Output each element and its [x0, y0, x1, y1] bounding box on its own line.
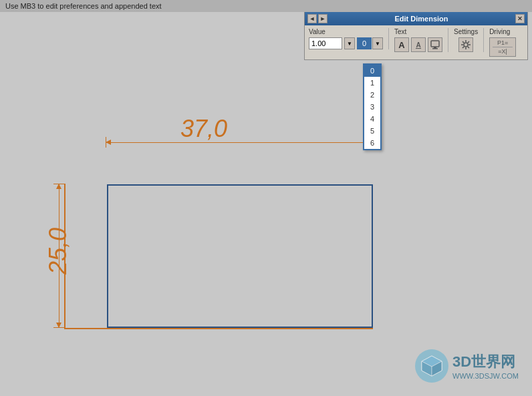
svg-point-3 [464, 43, 468, 47]
dim-arrow-bottom [56, 323, 61, 328]
spin-selected[interactable]: 0 [357, 37, 372, 49]
watermark-brand: 3D世界网 [452, 352, 519, 372]
driving-p1: P1= [493, 39, 513, 46]
dropdown-item-6[interactable]: 6 [364, 137, 380, 149]
text-controls: A A [394, 37, 442, 52]
dim-arrow-top [56, 184, 61, 189]
dropdown-item-4[interactable]: 4 [364, 113, 380, 125]
watermark-url: WWW.3DSJW.COM [452, 372, 519, 380]
watermark-suffix: 世界网 [471, 353, 515, 370]
titlebar-nav: ◄ ► [307, 14, 327, 23]
watermark-logo: 3D世界网 WWW.3DSJW.COM [415, 349, 519, 383]
orange-left-line [64, 184, 65, 329]
dropdown-item-2[interactable]: 2 [364, 89, 380, 101]
settings-controls [458, 37, 473, 52]
toolbar-titlebar: ◄ ► Edit Dimension ✕ [305, 12, 527, 25]
svg-rect-0 [431, 41, 439, 47]
driving-label: Driving [489, 28, 510, 35]
svg-line-10 [468, 41, 469, 43]
driving-formula-box[interactable]: P1= =X| [489, 37, 516, 57]
text-a-icon: A [398, 40, 404, 50]
value-input[interactable] [309, 37, 342, 49]
settings-label: Settings [454, 28, 478, 35]
nav-right-button[interactable]: ► [318, 14, 327, 23]
svg-line-8 [462, 41, 464, 43]
dropdown-item-3[interactable]: 3 [364, 101, 380, 113]
text-format-button[interactable]: A [394, 37, 409, 52]
value-dropdown-arrow[interactable]: ▼ [344, 37, 355, 49]
nav-left-button[interactable]: ◄ [307, 14, 317, 23]
svg-rect-1 [434, 47, 436, 48]
orange-bottom-line [64, 328, 373, 329]
watermark-text-block: 3D世界网 WWW.3DSJW.COM [452, 352, 519, 380]
settings-gear-btn[interactable] [458, 37, 473, 52]
dim-line-horizontal [106, 142, 373, 143]
svg-rect-2 [432, 48, 438, 49]
blue-rectangle [107, 184, 373, 328]
status-bar: Use MB3 to edit preferences and appended… [0, 0, 532, 12]
text-a-underline-icon: A [416, 41, 420, 49]
toolbar-panel: ◄ ► Edit Dimension ✕ Value ▼ 0 ▼ [304, 12, 528, 60]
value-controls: ▼ 0 ▼ [309, 37, 383, 49]
dropdown-item-5[interactable]: 5 [364, 125, 380, 137]
text-label: Text [394, 28, 406, 35]
value-section: Value ▼ 0 ▼ [309, 28, 389, 49]
close-button[interactable]: ✕ [515, 14, 525, 23]
dim-arrow-left [106, 140, 111, 145]
spin-dropdown-arrow[interactable]: ▼ [372, 37, 383, 49]
dropdown-list: 0 1 2 3 4 5 6 [363, 63, 382, 150]
watermark-cube-icon [418, 353, 445, 379]
monitor-icon [430, 39, 440, 50]
toolbar-content: Value ▼ 0 ▼ Text A [305, 25, 527, 59]
svg-line-9 [468, 47, 469, 48]
gear-icon [460, 39, 471, 50]
driving-formula: =X| [493, 47, 513, 55]
dropdown-item-1[interactable]: 1 [364, 77, 380, 89]
watermark: 3D世界网 WWW.3DSJW.COM [415, 349, 519, 383]
value-label: Value [309, 28, 325, 35]
text-underline-button[interactable]: A [411, 37, 426, 52]
dropdown-item-0[interactable]: 0 [364, 65, 380, 77]
svg-line-11 [462, 47, 464, 48]
status-text: Use MB3 to edit preferences and appended… [5, 2, 162, 10]
watermark-circle [415, 349, 448, 383]
driving-section: Driving P1= =X| [489, 28, 521, 57]
dim-text-vertical: 25,0 [44, 228, 72, 274]
dim-text-horizontal: 37,0 [180, 115, 227, 143]
canvas-area: Use MB3 to edit preferences and appended… [0, 0, 532, 396]
spin-control: 0 ▼ [357, 37, 383, 49]
toolbar-title: Edit Dimension [394, 15, 448, 23]
text-section: Text A A [394, 28, 448, 52]
text-settings-icon-btn[interactable] [428, 37, 442, 52]
settings-section: Settings [454, 28, 484, 52]
